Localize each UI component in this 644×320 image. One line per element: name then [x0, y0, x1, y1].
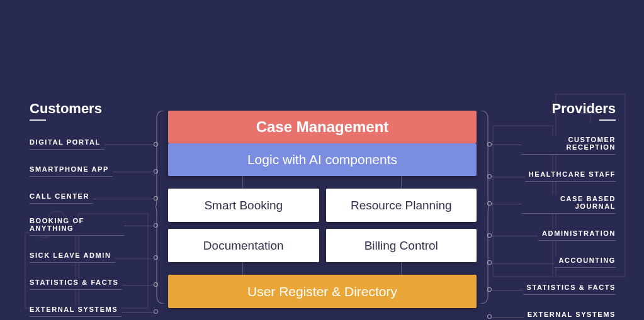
diagram-root: Customers DIGITAL PORTAL SMARTPHONE APP … [0, 0, 644, 320]
customer-item: STATISTICS & FACTS [30, 276, 155, 290]
item-label: EXTERNAL SYSTEMS [30, 306, 121, 317]
providers-column: Providers CUSTOMER RECEPTION HEALTHCARE … [490, 101, 616, 320]
customer-item: CALL CENTER [30, 190, 155, 204]
customer-item: DIGITAL PORTAL [30, 136, 155, 150]
provider-item: STATISTICS & FACTS [490, 281, 616, 295]
customers-title: Customers [30, 101, 155, 117]
item-label: DIGITAL PORTAL [30, 138, 105, 150]
center-stack: Case Management Logic with AI components… [168, 111, 477, 308]
smart-booking-block: Smart Booking [168, 189, 319, 222]
logic-ai-block: Logic with AI components [168, 143, 477, 176]
connector-dot-icon [154, 309, 158, 314]
bracket-right-icon [480, 111, 489, 304]
modules-grid: Smart Booking Resource Planning Document… [168, 189, 477, 262]
vertical-connector [401, 262, 402, 275]
item-label: ADMINISTRATION [538, 229, 616, 241]
customer-item: SICK LEAVE ADMIN [30, 249, 155, 263]
underline [30, 119, 46, 121]
customer-item: SMARTPHONE APP [30, 163, 155, 177]
provider-item: HEALTHCARE STAFF [490, 168, 616, 182]
item-label: STATISTICS & FACTS [30, 279, 122, 290]
billing-control-block: Billing Control [326, 229, 477, 262]
user-register-block: User Register & Directory [168, 275, 477, 308]
item-label: SICK LEAVE ADMIN [30, 251, 115, 263]
providers-title: Providers [490, 101, 616, 117]
item-label: CALL CENTER [30, 192, 93, 204]
connector-dot-icon [487, 314, 492, 319]
customer-item: BOOKING OF ANYTHING [30, 217, 155, 236]
provider-item: ACCOUNTING [490, 254, 616, 268]
item-label: CUSTOMER RECEPTION [521, 136, 616, 155]
case-management-block: Case Management [168, 111, 477, 143]
vertical-connector [401, 176, 402, 189]
underline [599, 119, 616, 121]
item-label: BOOKING OF ANYTHING [30, 217, 124, 236]
customer-item: EXTERNAL SYSTEMS [30, 303, 155, 317]
provider-item: EXTERNAL SYSTEMS [490, 308, 616, 320]
item-label: HEALTHCARE STAFF [525, 170, 616, 182]
vertical-connector [242, 262, 243, 275]
vertical-connector [242, 176, 243, 189]
item-label: ACCOUNTING [555, 257, 616, 268]
customers-column: Customers DIGITAL PORTAL SMARTPHONE APP … [30, 101, 155, 320]
item-label: EXTERNAL SYSTEMS [524, 311, 616, 320]
documentation-block: Documentation [168, 229, 319, 262]
item-label: CASE BASED JOURNAL [521, 195, 616, 214]
item-label: SMARTPHONE APP [30, 165, 113, 177]
item-label: STATISTICS & FACTS [523, 284, 616, 295]
bracket-left-icon [155, 111, 164, 304]
resource-planning-block: Resource Planning [326, 189, 477, 222]
provider-item: ADMINISTRATION [490, 227, 616, 241]
provider-item: CUSTOMER RECEPTION [490, 136, 616, 155]
provider-item: CASE BASED JOURNAL [490, 195, 616, 214]
